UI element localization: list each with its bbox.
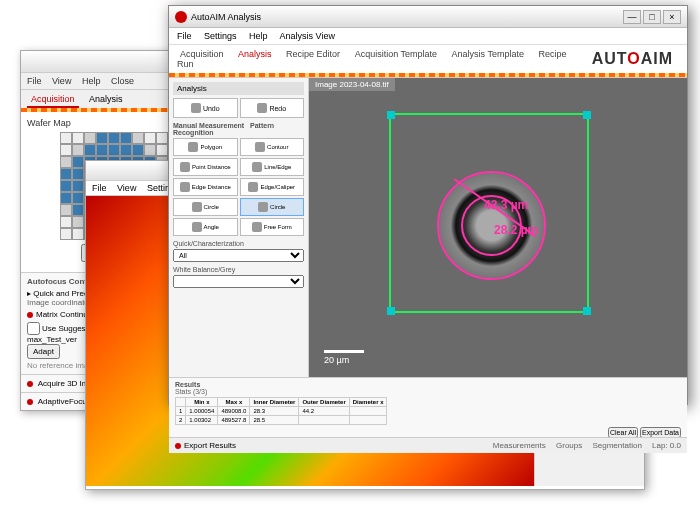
footer-groups[interactable]: Groups: [556, 441, 582, 450]
roi-handle-tr[interactable]: [583, 111, 591, 119]
measurement-inner: 28.2 µm: [494, 223, 538, 237]
export-results-label[interactable]: Export Results: [184, 441, 236, 450]
maximize-button[interactable]: □: [643, 10, 661, 24]
menubar: File Settings Help Analysis View: [169, 28, 687, 45]
results-header: Results: [175, 381, 200, 388]
roi-handle-tl[interactable]: [387, 111, 395, 119]
circle-tool-1[interactable]: Circle: [173, 198, 238, 216]
menu-settings[interactable]: Settings: [204, 31, 237, 41]
menu-file[interactable]: File: [27, 76, 42, 86]
measurement-outer: 43.3 µm: [484, 198, 528, 212]
redo-button[interactable]: Redo: [240, 98, 305, 118]
redo-icon: [257, 103, 267, 113]
menu-file[interactable]: File: [177, 31, 192, 41]
clear-all-button[interactable]: Clear All: [608, 427, 638, 437]
window-title: AutoAIM Analysis: [191, 12, 623, 22]
point-icon: [180, 162, 190, 172]
angle-tool[interactable]: Angle: [173, 218, 238, 236]
tab-acquisition[interactable]: Acquisition: [27, 92, 79, 108]
status-icon: [27, 399, 33, 405]
circle-icon: [192, 202, 202, 212]
caliper-icon: [248, 182, 258, 192]
menu-close[interactable]: Close: [111, 76, 134, 86]
adapt-button[interactable]: Adapt: [27, 344, 60, 359]
app-icon: [175, 11, 187, 23]
export-data-button[interactable]: Export Data: [640, 427, 681, 437]
menu-help[interactable]: Help: [249, 31, 268, 41]
window-controls: — □ ×: [623, 10, 681, 24]
freeform-icon: [252, 222, 262, 232]
contour-tool[interactable]: Contour: [240, 138, 305, 156]
scalebar-line: [324, 350, 364, 353]
titlebar[interactable]: AutoAIM Analysis — □ ×: [169, 6, 687, 28]
image-tab[interactable]: Image 2023-04-08.tif: [309, 78, 395, 91]
brand-logo: AUTOAIM: [586, 50, 679, 68]
image-viewport[interactable]: Image 2023-04-08.tif 43.3 µm 28.2 µm 20 …: [309, 78, 687, 377]
roi-handle-bl[interactable]: [387, 307, 395, 315]
circle-icon: [258, 202, 268, 212]
edge-dist-tool[interactable]: Edge Distance: [173, 178, 238, 196]
wb-header: White Balance/Grey: [173, 266, 304, 273]
main-tabs: Acquisition Analysis Recipe Editor Acqui…: [177, 45, 586, 73]
quick-header: Quick/Characterization: [173, 240, 304, 247]
status-icon: [175, 443, 181, 449]
undo-icon: [191, 103, 201, 113]
angle-icon: [192, 222, 202, 232]
minimize-button[interactable]: —: [623, 10, 641, 24]
menu-view[interactable]: View: [117, 183, 136, 193]
edge-caliper-tool[interactable]: Edge/Caliper: [240, 178, 305, 196]
quick-select[interactable]: All: [173, 249, 304, 262]
tab-an-template[interactable]: Analysis Template: [449, 47, 527, 61]
line-edge-tool[interactable]: Line/Edge: [240, 158, 305, 176]
wb-select[interactable]: [173, 275, 304, 288]
test-ver: max_Test_ver: [27, 335, 77, 344]
undo-button[interactable]: Undo: [173, 98, 238, 118]
results-panel: Results Stats (3/3) Min x Max x Inner Di…: [169, 377, 687, 437]
adaptive-focus-label: AdaptiveFocus: [38, 397, 91, 406]
polygon-icon: [188, 142, 198, 152]
status-dot-icon: [27, 312, 33, 318]
table-row[interactable]: 21.00302489527.828.5: [176, 416, 387, 425]
results-table: Min x Max x Inner Diameter Outer Diamete…: [175, 397, 387, 425]
line-icon: [252, 162, 262, 172]
tab-acq-template[interactable]: Acquisition Template: [352, 47, 440, 61]
close-button[interactable]: ×: [663, 10, 681, 24]
edge-icon: [180, 182, 190, 192]
roi-handle-br[interactable]: [583, 307, 591, 315]
meas-header: Manual Measurement: [173, 122, 244, 129]
tab-analysis[interactable]: Analysis: [85, 92, 127, 106]
circle-tool-2[interactable]: Circle: [240, 198, 305, 216]
point-dist-tool[interactable]: Point Distance: [173, 158, 238, 176]
record-icon: [27, 381, 33, 387]
status-bar: Export Results Measurements Groups Segme…: [169, 437, 687, 453]
footer-lap: Lap: 0.0: [652, 441, 681, 450]
table-header-row: Min x Max x Inner Diameter Outer Diamete…: [176, 398, 387, 407]
stats-label: Stats (3/3): [175, 388, 681, 395]
menu-file[interactable]: File: [92, 183, 107, 193]
polygon-tool[interactable]: Polygon: [173, 138, 238, 156]
tab-analysis[interactable]: Analysis: [235, 47, 275, 61]
panel-header: Analysis: [173, 82, 304, 95]
scalebar: 20 µm: [324, 350, 364, 365]
table-row[interactable]: 11.000054489008.028.344.2: [176, 407, 387, 416]
tab-recipe-editor[interactable]: Recipe Editor: [283, 47, 343, 61]
freeform-tool[interactable]: Free Form: [240, 218, 305, 236]
menu-help[interactable]: Help: [82, 76, 101, 86]
menu-analysis-view[interactable]: Analysis View: [280, 31, 335, 41]
contour-icon: [255, 142, 265, 152]
tool-panel: Analysis Undo Redo Manual Measurement Pa…: [169, 78, 309, 377]
scalebar-label: 20 µm: [324, 355, 349, 365]
footer-measurements[interactable]: Measurements: [493, 441, 546, 450]
footer-segmentation[interactable]: Segmentation: [592, 441, 641, 450]
analysis-window: AutoAIM Analysis — □ × File Settings Hel…: [168, 5, 688, 405]
menu-view[interactable]: View: [52, 76, 71, 86]
